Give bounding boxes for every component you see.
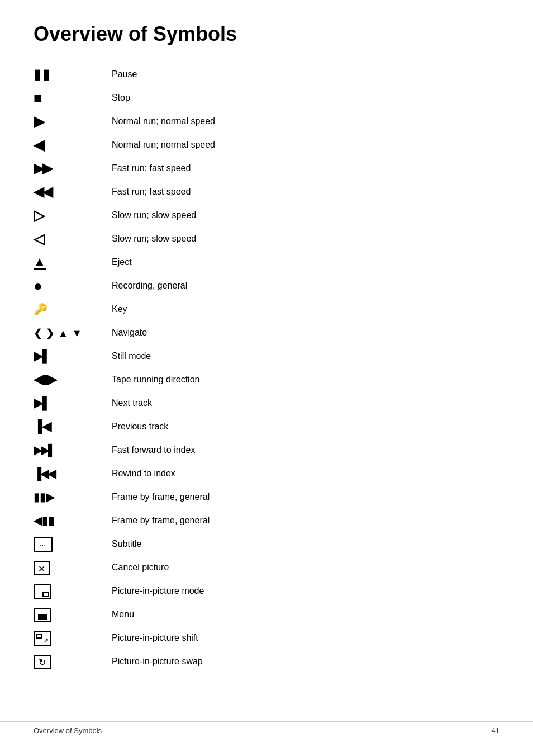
table-row: 🔑 Key bbox=[34, 297, 499, 321]
symbol-still-mode: ▶▌ bbox=[34, 344, 112, 368]
symbol-play-fwd: ▶ bbox=[34, 110, 112, 133]
page-footer: Overview of Symbols 41 bbox=[0, 721, 533, 739]
table-row: ▐◀ Previous track bbox=[34, 415, 499, 438]
table-row: ▶▶▌ Fast forward to index bbox=[34, 438, 499, 462]
table-row: ◀◀ Fast run; fast speed bbox=[34, 180, 499, 204]
table-row: ▲ Eject bbox=[34, 251, 499, 274]
symbol-fast-rew: ◀◀ bbox=[34, 180, 112, 204]
desc-pause: Pause bbox=[112, 63, 499, 86]
desc-play-back: Normal run; normal speed bbox=[112, 133, 499, 157]
symbols-table: ▮▮ Pause ■ Stop ▶ Normal run; normal spe… bbox=[34, 63, 499, 673]
symbol-navigate: ❮ ❯ ▲ ▼ bbox=[34, 321, 112, 344]
table-row: ▮▮▶ Frame by frame, general bbox=[34, 485, 499, 509]
symbol-subtitle: ⋯ bbox=[34, 532, 112, 556]
symbol-next-track: ▶▌ bbox=[34, 391, 112, 415]
desc-key: Key bbox=[112, 297, 499, 321]
table-row: ▮▮ Pause bbox=[34, 63, 499, 86]
symbol-ffwd-index: ▶▶▌ bbox=[34, 438, 112, 462]
symbol-pip-mode bbox=[34, 579, 112, 603]
symbol-record: ● bbox=[34, 274, 112, 297]
desc-stop: Stop bbox=[112, 86, 499, 110]
desc-rew-index: Rewind to index bbox=[112, 462, 499, 485]
desc-play-fwd: Normal run; normal speed bbox=[112, 110, 499, 133]
table-row: ↗ Picture-in-picture shift bbox=[34, 626, 499, 650]
table-row: ✕ Cancel picture bbox=[34, 556, 499, 579]
symbol-key: 🔑 bbox=[34, 297, 112, 321]
desc-frame-fwd: Frame by frame, general bbox=[112, 485, 499, 509]
symbol-rew-index: ▐◀◀ bbox=[34, 462, 112, 485]
symbol-prev-track: ▐◀ bbox=[34, 415, 112, 438]
table-row: Menu bbox=[34, 603, 499, 626]
symbol-slow-fwd: ▷ bbox=[34, 204, 112, 227]
table-row: ▶▶ Fast run; fast speed bbox=[34, 157, 499, 180]
symbol-tape-dir: ◀▮▶ bbox=[34, 368, 112, 391]
table-row: Picture-in-picture mode bbox=[34, 579, 499, 603]
desc-menu: Menu bbox=[112, 603, 499, 626]
desc-frame-back: Frame by frame, general bbox=[112, 509, 499, 532]
desc-pip-mode: Picture-in-picture mode bbox=[112, 579, 499, 603]
table-row: ▶▌ Next track bbox=[34, 391, 499, 415]
symbol-slow-back: ◁ bbox=[34, 227, 112, 251]
table-row: ◀▮▮ Frame by frame, general bbox=[34, 509, 499, 532]
page-container: Overview of Symbols ▮▮ Pause ■ Stop ▶ bbox=[0, 0, 533, 707]
desc-pip-shift: Picture-in-picture shift bbox=[112, 626, 499, 650]
desc-eject: Eject bbox=[112, 251, 499, 274]
table-row: ↻ Picture-in-picture swap bbox=[34, 650, 499, 673]
table-row: ▶ Normal run; normal speed bbox=[34, 110, 499, 133]
desc-navigate: Navigate bbox=[112, 321, 499, 344]
desc-prev-track: Previous track bbox=[112, 415, 499, 438]
symbol-fast-fwd: ▶▶ bbox=[34, 157, 112, 180]
desc-cancel-pic: Cancel picture bbox=[112, 556, 499, 579]
desc-slow-fwd: Slow run; slow speed bbox=[112, 204, 499, 227]
symbol-cancel-pic: ✕ bbox=[34, 556, 112, 579]
symbol-play-back: ◀ bbox=[34, 133, 112, 157]
table-row: ● Recording, general bbox=[34, 274, 499, 297]
desc-subtitle: Subtitle bbox=[112, 532, 499, 556]
desc-fast-rew: Fast run; fast speed bbox=[112, 180, 499, 204]
table-row: ▶▌ Still mode bbox=[34, 344, 499, 368]
symbol-pip-shift: ↗ bbox=[34, 626, 112, 650]
desc-fast-fwd: Fast run; fast speed bbox=[112, 157, 499, 180]
symbol-frame-fwd: ▮▮▶ bbox=[34, 485, 112, 509]
desc-slow-back: Slow run; slow speed bbox=[112, 227, 499, 251]
desc-tape-dir: Tape running direction bbox=[112, 368, 499, 391]
table-row: ⋯ Subtitle bbox=[34, 532, 499, 556]
desc-ffwd-index: Fast forward to index bbox=[112, 438, 499, 462]
footer-left: Overview of Symbols bbox=[34, 726, 102, 735]
desc-pip-swap: Picture-in-picture swap bbox=[112, 650, 499, 673]
footer-right: 41 bbox=[492, 726, 499, 735]
symbol-menu bbox=[34, 603, 112, 626]
table-row: ■ Stop bbox=[34, 86, 499, 110]
desc-record: Recording, general bbox=[112, 274, 499, 297]
table-row: ◀▮▶ Tape running direction bbox=[34, 368, 499, 391]
table-row: ❮ ❯ ▲ ▼ Navigate bbox=[34, 321, 499, 344]
page-title: Overview of Symbols bbox=[34, 22, 499, 46]
table-row: ▐◀◀ Rewind to index bbox=[34, 462, 499, 485]
symbol-pip-swap: ↻ bbox=[34, 650, 112, 673]
symbol-pause: ▮▮ bbox=[34, 63, 112, 86]
table-row: ◀ Normal run; normal speed bbox=[34, 133, 499, 157]
symbol-eject: ▲ bbox=[34, 251, 112, 274]
desc-still-mode: Still mode bbox=[112, 344, 499, 368]
symbol-frame-back: ◀▮▮ bbox=[34, 509, 112, 532]
symbol-stop: ■ bbox=[34, 86, 112, 110]
table-row: ◁ Slow run; slow speed bbox=[34, 227, 499, 251]
table-row: ▷ Slow run; slow speed bbox=[34, 204, 499, 227]
desc-next-track: Next track bbox=[112, 391, 499, 415]
